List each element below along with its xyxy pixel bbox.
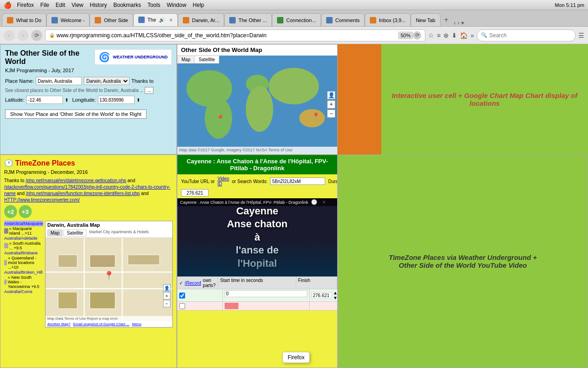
record-link[interactable]: (Record bbox=[185, 281, 201, 286]
menubar-items: Firefox File Edit View History Bookmarks… bbox=[17, 2, 204, 8]
reload-button[interactable]: ⟳ bbox=[413, 31, 421, 40]
map-zoom-out[interactable]: − bbox=[327, 109, 335, 118]
bottom-right-text: TimeZone Places via Weather Underground … bbox=[389, 253, 537, 269]
tab-favicon-connection bbox=[277, 17, 283, 23]
php-link-2[interactable]: /php.net/manual/en/function.timezone-ide… bbox=[26, 191, 140, 196]
plus-2-badge[interactable]: +2 bbox=[4, 205, 17, 218]
search-words-label: or Search Words: bbox=[232, 179, 268, 184]
tab-welcome[interactable]: Welcome - bbox=[46, 13, 90, 26]
menubar-tools[interactable]: Tools bbox=[147, 2, 160, 8]
menubar-window[interactable]: Window bbox=[167, 2, 187, 8]
tz-item-adelaide[interactable]: Australia/Adelaide bbox=[4, 236, 43, 241]
tz-item-brisbane[interactable]: Australia/Brisbane bbox=[4, 250, 43, 256]
apple-menu[interactable]: 🍎 bbox=[4, 1, 11, 9]
back-button[interactable]: ‹ bbox=[4, 30, 15, 41]
map-zoom-in[interactable]: + bbox=[327, 100, 335, 109]
tab-connection[interactable]: Connection... bbox=[272, 13, 321, 26]
record-row-1-checkbox[interactable] bbox=[179, 293, 185, 299]
video-clock-icon: 🕐 bbox=[311, 199, 317, 205]
tab-darwin[interactable]: Darwin, Ar... bbox=[178, 13, 224, 26]
tab-the-other[interactable]: The Other ... bbox=[224, 13, 272, 26]
duration-value[interactable] bbox=[181, 189, 209, 196]
tab-what-to-do[interactable]: What to Do bbox=[2, 13, 46, 26]
new-tab-button[interactable]: + bbox=[441, 13, 452, 26]
place-name-input[interactable] bbox=[36, 77, 82, 85]
map-tab-satellite[interactable]: Satellite bbox=[194, 56, 219, 63]
darwin-menu-link[interactable]: Menu bbox=[132, 322, 141, 326]
tab-new-tab[interactable]: New Tab bbox=[411, 13, 441, 26]
latitude-spinner[interactable]: ⬆ bbox=[65, 98, 68, 103]
search-input[interactable] bbox=[489, 32, 571, 39]
darwin-email-snapshot[interactable]: Email snapshot of Google Chart ... bbox=[73, 322, 129, 326]
search-words-input[interactable] bbox=[270, 178, 325, 185]
menubar-edit[interactable]: Edit bbox=[56, 2, 65, 8]
record-row-1-spinner[interactable]: ▲▼ bbox=[333, 290, 338, 300]
plus-3-badge[interactable]: +3 bbox=[19, 205, 32, 218]
green-description-text: Interactive user cell + Google Chart Map… bbox=[390, 92, 579, 107]
menubar-firefox[interactable]: Firefox bbox=[17, 2, 34, 8]
darwin-zoom-in[interactable]: + bbox=[163, 292, 170, 299]
place-dropdown[interactable]: Darwin, Australia bbox=[84, 77, 130, 85]
address-input[interactable] bbox=[57, 32, 398, 39]
reader-icon[interactable]: ≡ bbox=[437, 32, 441, 39]
darwin-tab-map[interactable]: Map bbox=[47, 230, 62, 236]
home-nav-icon[interactable]: 🏠 bbox=[460, 32, 468, 39]
menubar-history[interactable]: History bbox=[90, 2, 107, 8]
record-row-2-checkbox[interactable] bbox=[179, 303, 185, 309]
home-button[interactable]: ⟳ bbox=[31, 30, 42, 41]
hamburger-icon[interactable]: ☰ bbox=[578, 32, 584, 39]
tab-comments[interactable]: Comments bbox=[321, 13, 365, 26]
tab-inbox[interactable]: Inbox (3,9... bbox=[365, 13, 411, 26]
menubar-help[interactable]: Help bbox=[193, 2, 204, 8]
tz-converter-link[interactable]: HTTP://www.timezoneconverter.com/ bbox=[4, 197, 80, 202]
zoom-badge[interactable]: 50% bbox=[398, 32, 413, 39]
tz-flag-sa bbox=[4, 243, 8, 248]
tz-item-broken-hill[interactable]: Australia/Broken_Hill bbox=[4, 270, 43, 275]
map-tab-map[interactable]: Map bbox=[177, 56, 194, 63]
tz-clock-icon bbox=[4, 228, 8, 234]
tab-label-connection: Connection... bbox=[286, 17, 316, 23]
tz-flag-qld bbox=[4, 260, 7, 265]
tab-label-the-other: The Other ... bbox=[238, 17, 267, 23]
darwin-map-bg[interactable]: 📍 👤 + − Map Data Terms of Use Report a m… bbox=[45, 238, 172, 321]
tab-list-icon[interactable]: ▾ bbox=[461, 20, 464, 26]
record-row-1-start-input[interactable] bbox=[225, 290, 307, 297]
tab-label-other-side: Other Side bbox=[104, 17, 128, 23]
darwin-tab-satellite[interactable]: Satellite bbox=[63, 230, 86, 236]
chevron-left-icon[interactable]: ‹ bbox=[454, 20, 456, 26]
tz-item-curns[interactable]: Australia/Curns bbox=[4, 289, 43, 294]
menubar-bookmarks[interactable]: Bookmarks bbox=[113, 2, 141, 8]
darwin-zoom-out[interactable]: − bbox=[163, 300, 170, 307]
see-closest-button[interactable]: ... bbox=[145, 87, 153, 94]
forward-button[interactable]: › bbox=[17, 30, 28, 41]
chevron-right-icon[interactable]: › bbox=[458, 20, 459, 26]
tab-close-icon[interactable]: ✕ bbox=[169, 17, 173, 23]
tab-other-side[interactable]: Other Side bbox=[90, 13, 133, 26]
tz-item-macquarie[interactable]: Antarctica/Macquarie bbox=[4, 221, 43, 226]
more-tools-icon[interactable]: » bbox=[470, 32, 474, 39]
video-thumbnail[interactable]: Cayenne : Anse Chaton à l'Anse de l'Hôpi… bbox=[177, 198, 337, 276]
video-close-icon[interactable]: ✕ bbox=[322, 200, 326, 205]
show-button[interactable]: Show Your Place and 'Other Side of the W… bbox=[5, 109, 147, 119]
latitude-input[interactable] bbox=[26, 96, 63, 104]
firefox-tooltip: Firefox bbox=[283, 352, 310, 363]
longitude-input[interactable] bbox=[98, 96, 135, 104]
menubar-view[interactable]: View bbox=[72, 2, 84, 8]
address-bar-wrap: 🔒 50% ⟳ bbox=[45, 29, 425, 41]
cell-orange bbox=[338, 44, 381, 155]
darwin-zoom-human[interactable]: 👤 bbox=[163, 284, 170, 292]
darwin-another-map[interactable]: Another Map? bbox=[47, 322, 70, 326]
download-icon[interactable]: ⬇ bbox=[452, 32, 457, 39]
tab-overflow[interactable]: ‹ › ▾ bbox=[454, 20, 464, 26]
bookmark-star-icon[interactable]: ☆ bbox=[428, 32, 434, 39]
map-zoom-human[interactable]: 👤 bbox=[327, 91, 335, 99]
php-link-1[interactable]: /php.net/manual/en/datetimezone.getlocat… bbox=[26, 178, 126, 183]
pocket-icon[interactable]: ⊕ bbox=[443, 32, 449, 39]
tab-the[interactable]: The 🔊 ✕ bbox=[133, 13, 178, 26]
menubar-file[interactable]: File bbox=[40, 2, 49, 8]
record-row-1-finish-input[interactable] bbox=[311, 292, 332, 299]
map-image[interactable]: 📍 📍 bbox=[177, 56, 337, 153]
longitude-spinner[interactable]: ⬆ bbox=[136, 98, 140, 103]
video-id-link[interactable]: Video ID bbox=[217, 176, 229, 186]
svg-rect-18 bbox=[90, 292, 115, 309]
